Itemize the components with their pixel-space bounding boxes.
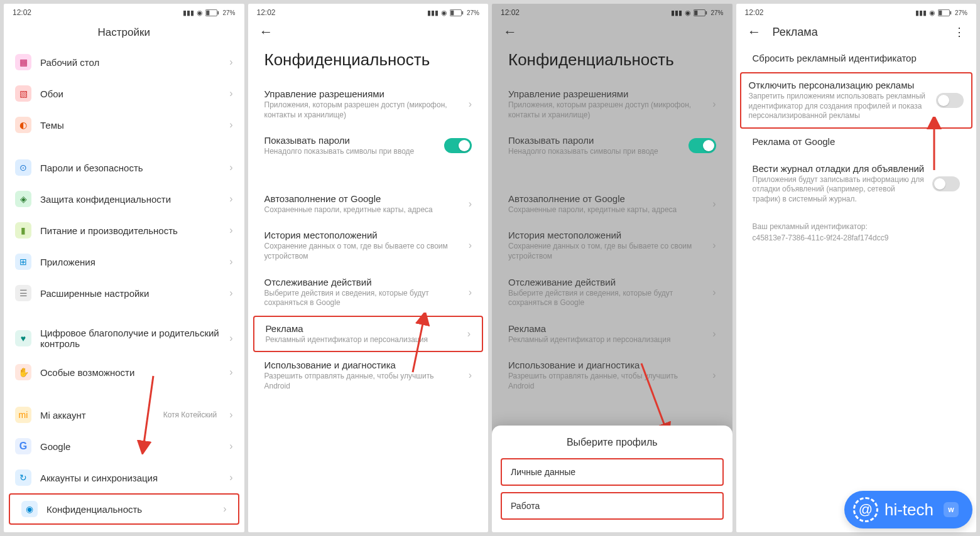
debug-log-toggle[interactable] [932,176,960,191]
row-label: Пароли и безопасность [40,163,220,173]
settings-row[interactable]: ♥Цифровое благополучие и родительский ко… [4,320,244,356]
status-bar: 12:02 ▮▮▮ ◉ 27% [4,4,244,19]
goog-icon: G [15,438,31,454]
privacy-row[interactable]: Управление разрешениямиПриложения, котор… [492,81,732,127]
status-icons: ▮▮▮ ◉ 27% [671,9,723,17]
svg-rect-10 [939,10,942,15]
privacy-row[interactable]: Показывать паролиНенадолго показывать си… [492,127,732,164]
privacy-row[interactable]: Показывать паролиНенадолго показывать си… [248,127,489,164]
settings-row[interactable]: ◈Защита конфиденциальности› [4,183,244,215]
batt-icon: ▮ [15,222,31,239]
privacy-row[interactable]: Отслеживание действийВыберите действия и… [492,269,732,316]
row-label: Темы [40,120,220,131]
settings-row[interactable]: ◉Конфиденциальность› [9,493,239,525]
reset-ad-id-label: Сбросить рекламный идентификатор [753,53,961,63]
row-label: Особые возможности [40,367,220,378]
profile-sheet: Выберите профиль Личные данные Работа [492,426,732,532]
row-label: Питание и производительность [40,225,220,236]
svg-rect-4 [450,10,454,15]
privacy-row[interactable]: История местоположенийСохранение данных … [248,222,489,269]
row-title: Показывать пароли [508,135,681,146]
opt-out-personalization[interactable]: Отключить персонализацию рекламы Запрети… [740,72,973,129]
at-icon: @ [853,497,878,522]
profile-work[interactable]: Работа [501,492,724,520]
settings-row[interactable]: ⦿Местоположение› [4,525,244,532]
row-toggle[interactable] [689,138,716,153]
privacy-row[interactable]: Использование и диагностикаРазрешить отп… [248,352,489,399]
row-title: Использование и диагностика [264,360,461,370]
settings-row[interactable]: ✋Особые возможности› [4,356,244,388]
settings-row[interactable]: GGoogle› [4,431,244,462]
privacy-row[interactable]: РекламаРекламный идентификатор и персона… [253,316,484,353]
opt-out-title: Отключить персонализацию рекламы [749,80,932,90]
settings-row[interactable]: miMi аккаунтКотя Котейский› [4,399,244,431]
sync-icon: ↻ [15,469,31,486]
row-label: Приложения [40,257,220,267]
row-title: Реклама [508,323,705,334]
row-label: Mi аккаунт [40,410,155,421]
chevron-right-icon: › [229,88,232,99]
back-button[interactable]: ← [503,25,517,39]
settings-row[interactable]: ⊙Пароли и безопасность› [4,152,244,183]
settings-row[interactable]: ▦Рабочий стол› [4,46,244,78]
settings-row[interactable]: ▮Питание и производительность› [4,215,244,246]
chevron-right-icon: › [712,198,716,210]
svg-rect-5 [462,11,463,14]
chevron-right-icon: › [469,198,472,210]
privacy-row[interactable]: Отслеживание действийВыберите действия и… [248,269,489,316]
profile-personal[interactable]: Личные данные [501,458,724,486]
settings-row[interactable]: ▧Обои› [4,78,244,109]
opt-out-toggle[interactable] [936,93,964,108]
privacy-row[interactable]: Автозаполнение от GoogleСохраненные паро… [492,186,732,223]
row-title: Реклама [266,323,460,334]
row-title: Показывать пароли [264,135,437,146]
battery-icon [205,9,219,16]
chevron-right-icon: › [712,287,716,298]
page-title: Конфиденциальность [248,45,489,81]
row-toggle[interactable] [444,138,472,153]
privacy-row[interactable]: Использование и диагностикаРазрешить отп… [492,352,732,399]
row-title: Отслеживание действий [508,277,705,287]
status-icons: ▮▮▮ ◉ 27% [427,9,479,17]
debug-log[interactable]: Вести журнал отладки для объявлений Прил… [736,156,977,212]
chevron-right-icon: › [229,225,232,236]
row-desc: Ненадолго показывать символы при вводе [264,147,437,157]
svg-rect-2 [218,11,219,14]
row-title: Отслеживание действий [264,277,461,287]
chevron-right-icon: › [229,193,232,205]
svg-rect-11 [950,11,951,14]
back-button[interactable]: ← [259,25,273,39]
row-title: Использование и диагностика [508,360,705,370]
battery-percent: 27% [955,9,967,16]
settings-row[interactable]: ⊞Приложения› [4,246,244,277]
lock-icon: ⊙ [15,159,31,176]
chevron-right-icon: › [229,56,232,68]
watermark-text: hi-tech [885,500,934,520]
row-desc: Приложения, которым разрешен доступ (мик… [264,100,461,120]
chevron-right-icon: › [712,99,716,110]
privacy-row[interactable]: РекламаРекламный идентификатор и персона… [492,316,732,353]
privacy-row[interactable]: История местоположенийСохранение данных … [492,222,732,269]
ad-id-note: Ваш рекламный идентификатор: c45813e7-73… [736,212,977,252]
status-bar: 12:02 ▮▮▮ ◉ 27% [248,4,489,19]
wifi-icon: ◉ [685,9,691,17]
debug-log-title: Вести журнал отладки для объявлений [753,163,925,174]
more-button[interactable]: ⋮ [954,25,965,39]
settings-row[interactable]: ◐Темы› [4,109,244,141]
row-desc: Сохранение данных о том, где вы бываете … [264,242,461,261]
privacy-row[interactable]: Автозаполнение от GoogleСохраненные паро… [248,186,489,223]
row-desc: Выберите действия и сведения, которые бу… [508,289,705,308]
settings-row[interactable]: ↻Аккаунты и синхронизация› [4,462,244,493]
privacy-row[interactable]: Управление разрешениямиПриложения, котор… [248,81,489,127]
row-desc: Разрешить отправлять данные, чтобы улучш… [264,372,461,391]
chevron-right-icon: › [469,370,472,381]
settings-row[interactable]: ☰Расширенные настройки› [4,277,244,309]
reset-ad-id[interactable]: Сбросить рекламный идентификатор [736,45,977,72]
back-button[interactable]: ← [748,25,761,39]
row-desc: Ненадолго показывать символы при вводе [508,147,681,157]
row-label: Защита конфиденциальности [40,194,220,205]
google-ads[interactable]: Реклама от Google [736,129,977,156]
row-desc: Сохраненные пароли, кредитные карты, адр… [264,205,461,215]
chevron-right-icon: › [469,99,472,110]
battery-percent: 27% [710,9,723,16]
